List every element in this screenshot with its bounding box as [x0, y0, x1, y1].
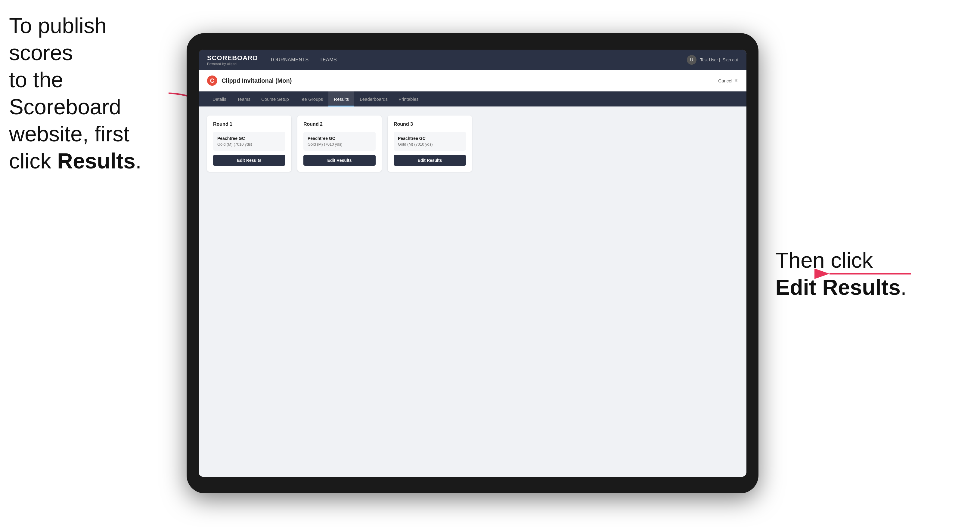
user-avatar: U — [687, 55, 697, 65]
logo-title: SCOREBOARD — [207, 54, 258, 62]
round-1-edit-results-button[interactable]: Edit Results — [213, 155, 285, 166]
round-1-course-details: Gold (M) (7010 yds) — [217, 142, 281, 146]
round-2-course-name: Peachtree GC — [308, 136, 371, 141]
main-content: Round 1 Peachtree GC Gold (M) (7010 yds)… — [199, 106, 746, 477]
nav-links: TOURNAMENTS TEAMS — [270, 57, 687, 63]
sign-out-link[interactable]: Sign out — [723, 57, 738, 62]
round-2-course-details: Gold (M) (7010 yds) — [308, 142, 371, 146]
round-1-card: Round 1 Peachtree GC Gold (M) (7010 yds)… — [207, 116, 291, 172]
tournament-header: C Clippd Invitational (Mon) Cancel ✕ — [199, 70, 746, 91]
round-2-course-card: Peachtree GC Gold (M) (7010 yds) — [303, 132, 375, 151]
instruction-right: Then click Edit Results. — [775, 247, 932, 301]
tab-results[interactable]: Results — [328, 91, 354, 106]
round-1-title: Round 1 — [213, 122, 285, 127]
top-nav: SCOREBOARD Powered by clippd TOURNAMENTS… — [199, 50, 746, 70]
nav-tournaments[interactable]: TOURNAMENTS — [270, 57, 309, 63]
cancel-button[interactable]: Cancel ✕ — [718, 78, 738, 83]
round-3-edit-results-button[interactable]: Edit Results — [394, 155, 466, 166]
tab-bar: Details Teams Course Setup Tee Groups Re… — [199, 91, 746, 106]
round-3-card: Round 3 Peachtree GC Gold (M) (7010 yds)… — [388, 116, 472, 172]
tablet-screen: SCOREBOARD Powered by clippd TOURNAMENTS… — [199, 50, 746, 477]
cancel-icon: ✕ — [734, 78, 738, 83]
tab-course-setup[interactable]: Course Setup — [256, 91, 294, 106]
round-1-course-name: Peachtree GC — [217, 136, 281, 141]
tab-teams[interactable]: Teams — [232, 91, 256, 106]
nav-teams[interactable]: TEAMS — [320, 57, 337, 63]
round-3-course-details: Gold (M) (7010 yds) — [398, 142, 462, 146]
instruction-left: To publish scores to the Scoreboard webs… — [9, 12, 172, 175]
rounds-grid: Round 1 Peachtree GC Gold (M) (7010 yds)… — [207, 116, 738, 172]
tab-leaderboards[interactable]: Leaderboards — [354, 91, 393, 106]
round-3-course-card: Peachtree GC Gold (M) (7010 yds) — [394, 132, 466, 151]
round-2-title: Round 2 — [303, 122, 375, 127]
tab-printables[interactable]: Printables — [393, 91, 424, 106]
round-2-card: Round 2 Peachtree GC Gold (M) (7010 yds)… — [298, 116, 382, 172]
round-3-course-name: Peachtree GC — [398, 136, 462, 141]
round-3-title: Round 3 — [394, 122, 466, 127]
user-info: Test User | Sign out — [700, 57, 738, 62]
round-1-course-card: Peachtree GC Gold (M) (7010 yds) — [213, 132, 285, 151]
tournament-title: Clippd Invitational (Mon) — [221, 77, 292, 84]
tab-tee-groups[interactable]: Tee Groups — [294, 91, 329, 106]
round-2-edit-results-button[interactable]: Edit Results — [303, 155, 375, 166]
tournament-c-logo: C — [207, 76, 217, 86]
scoreboard-logo: SCOREBOARD Powered by clippd — [207, 54, 258, 65]
top-nav-right: U Test User | Sign out — [687, 55, 738, 65]
tab-details[interactable]: Details — [207, 91, 232, 106]
tablet-frame: SCOREBOARD Powered by clippd TOURNAMENTS… — [187, 33, 759, 493]
logo-subtitle: Powered by clippd — [207, 62, 258, 65]
tournament-title-row: C Clippd Invitational (Mon) — [207, 76, 292, 86]
